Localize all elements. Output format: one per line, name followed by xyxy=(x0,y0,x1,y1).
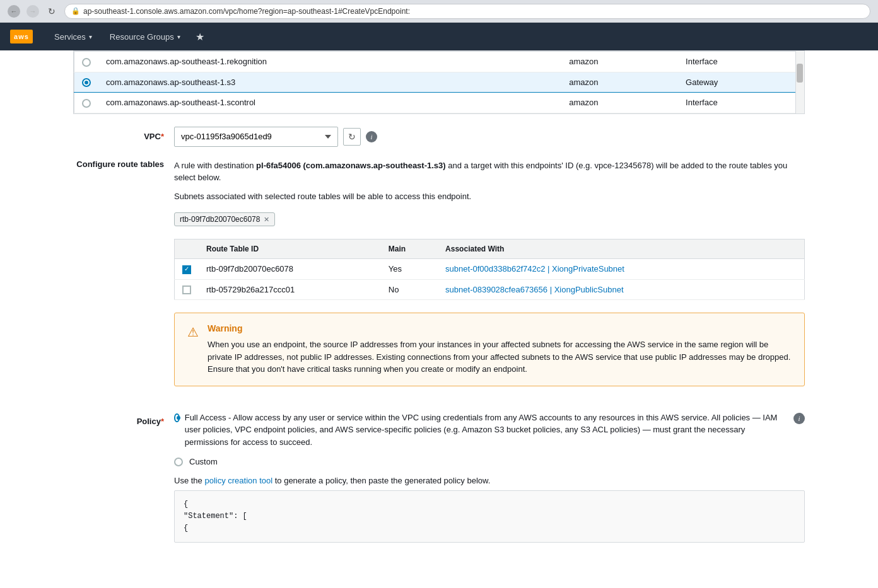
service-name-cell: com.amazonaws.ap-southeast-1.rekognition xyxy=(98,52,561,72)
tag-chip-label: rtb-09f7db20070ec6078 xyxy=(180,215,260,224)
policy-row: Policy* Full Access - Allow access by an… xyxy=(73,412,805,543)
custom-label: Custom xyxy=(189,456,218,468)
warning-content: Warning When you use an endpoint, the so… xyxy=(208,323,792,376)
service-owner-cell: amazon xyxy=(561,72,678,93)
route-table-header-row: Route Table ID Main Associated With xyxy=(175,239,805,259)
use-tool-suffix: to generate a policy, then paste the gen… xyxy=(272,476,490,485)
main-content: com.amazonaws.ap-southeast-1.rekognition… xyxy=(0,50,878,588)
refresh-button[interactable]: ↻ xyxy=(45,5,58,18)
table-row[interactable]: com.amazonaws.ap-southeast-1.scontrol am… xyxy=(74,93,804,113)
service-owner-cell: amazon xyxy=(561,93,678,113)
aws-logo-box: aws xyxy=(10,30,33,43)
configure-route-tables-row: Configure route tables A rule with desti… xyxy=(73,159,805,399)
route-desc-prefix: A rule with destination xyxy=(174,161,256,170)
services-nav-item[interactable]: Services ▾ xyxy=(45,23,101,50)
service-name-cell: com.amazonaws.ap-southeast-1.s3 xyxy=(98,72,561,93)
configure-route-tables-label: Configure route tables xyxy=(73,159,174,169)
vpc-control-area: vpc-01195f3a9065d1ed9 ↻ i xyxy=(174,127,805,147)
services-label: Services xyxy=(54,32,86,42)
route-action-cell xyxy=(780,259,805,280)
required-marker: * xyxy=(161,132,164,141)
full-access-label: Full Access - Allow access by any user o… xyxy=(185,413,778,447)
action-header xyxy=(780,239,805,259)
resource-groups-label: Resource Groups xyxy=(110,32,174,42)
service-type-cell: Interface xyxy=(678,93,804,113)
full-access-radio[interactable] xyxy=(174,413,180,422)
table-row[interactable]: rtb-05729b26a217ccc01 No subnet-0839028c… xyxy=(175,279,805,300)
route-table-id-header: Route Table ID xyxy=(199,239,381,259)
code-line-2: "Statement": [ xyxy=(184,510,795,522)
service-name-cell: com.amazonaws.ap-southeast-1.scontrol xyxy=(98,93,561,113)
aws-logo-text: aws xyxy=(14,33,29,40)
route-main-cell: No xyxy=(381,279,438,300)
radio-button[interactable] xyxy=(82,99,91,108)
form-section: VPC* vpc-01195f3a9065d1ed9 ↻ i Configure… xyxy=(61,114,817,568)
table-row[interactable]: com.amazonaws.ap-southeast-1.rekognition… xyxy=(74,52,804,72)
use-tool-text: Use the policy creation tool to generate… xyxy=(174,476,805,485)
custom-radio[interactable] xyxy=(174,458,183,466)
resource-groups-nav-item[interactable]: Resource Groups ▾ xyxy=(101,23,189,50)
route-table-id-cell: rtb-09f7db20070ec6078 xyxy=(199,259,381,280)
service-owner-cell: amazon xyxy=(561,52,678,72)
route-dest-bold: pl-6fa54006 (com.amazonaws.ap-southeast-… xyxy=(256,161,446,170)
policy-info-icon[interactable]: i xyxy=(793,413,805,424)
back-button[interactable]: ← xyxy=(8,5,20,18)
full-access-option: Full Access - Allow access by any user o… xyxy=(174,412,805,449)
vpc-select-row: vpc-01195f3a9065d1ed9 ↻ i xyxy=(174,127,805,147)
route-tables-control-area: A rule with destination pl-6fa54006 (com… xyxy=(174,159,805,399)
vpc-refresh-button[interactable]: ↻ xyxy=(343,128,361,146)
vpc-label-text: VPC xyxy=(144,132,161,141)
policy-code-box[interactable]: { "Statement": [ { xyxy=(174,490,805,543)
services-chevron-icon: ▾ xyxy=(89,33,92,40)
resource-groups-chevron-icon: ▾ xyxy=(177,33,180,40)
scroll-thumb[interactable] xyxy=(797,64,803,83)
url-bar[interactable]: 🔒 ap-southeast-1.console.aws.amazon.com/… xyxy=(64,4,870,19)
lock-icon: 🔒 xyxy=(71,7,80,15)
policy-label-text: Policy xyxy=(137,417,161,426)
use-tool-prefix: Use the xyxy=(174,476,204,485)
service-table-wrapper: com.amazonaws.ap-southeast-1.rekognition… xyxy=(61,50,817,114)
browser-bar: ← → ↻ 🔒 ap-southeast-1.console.aws.amazo… xyxy=(0,0,878,23)
code-line-1: { xyxy=(184,499,795,510)
aws-navbar: aws Services ▾ Resource Groups ▾ ★ xyxy=(0,23,878,50)
radio-button[interactable] xyxy=(82,58,91,67)
forward-button[interactable]: → xyxy=(26,5,39,18)
vpc-row: VPC* vpc-01195f3a9065d1ed9 ↻ i xyxy=(73,127,805,147)
route-checkbox-2[interactable] xyxy=(182,285,191,294)
bookmarks-star-icon[interactable]: ★ xyxy=(189,31,211,43)
subnet-link-2[interactable]: subnet-0839028cfea673656 | XiongPublicSu… xyxy=(445,285,623,294)
vpc-label: VPC* xyxy=(73,127,174,141)
service-type-cell: Interface xyxy=(678,52,804,72)
scrollbar[interactable] xyxy=(795,51,804,113)
main-header: Main xyxy=(381,239,438,259)
policy-options: Full Access - Allow access by any user o… xyxy=(174,412,805,468)
radio-button-selected[interactable] xyxy=(82,78,91,87)
route-subnet-note: Subnets associated with selected route t… xyxy=(174,190,805,203)
warning-text: When you use an endpoint, the source IP … xyxy=(208,338,792,376)
code-line-3: { xyxy=(184,522,795,534)
route-associated-cell: subnet-0f00d338b62f742c2 | XiongPrivateS… xyxy=(438,259,779,280)
policy-label: Policy* xyxy=(73,412,174,426)
tag-chip-close-icon[interactable]: ✕ xyxy=(264,216,269,224)
warning-title: Warning xyxy=(208,323,792,333)
subnet-link-1[interactable]: subnet-0f00d338b62f742c2 | XiongPrivateS… xyxy=(445,264,624,274)
table-row[interactable]: rtb-09f7db20070ec6078 Yes subnet-0f00d33… xyxy=(175,259,805,280)
route-table-tag-chip: rtb-09f7db20070ec6078 ✕ xyxy=(174,212,275,226)
policy-control-area: Full Access - Allow access by any user o… xyxy=(174,412,805,543)
route-table-id-cell: rtb-05729b26a217ccc01 xyxy=(199,279,381,300)
policy-creation-tool-link[interactable]: policy creation tool xyxy=(204,476,272,485)
vpc-dropdown[interactable]: vpc-01195f3a9065d1ed9 xyxy=(174,127,338,147)
vpc-info-icon[interactable]: i xyxy=(366,131,377,142)
checkbox-header xyxy=(175,239,199,259)
custom-option: Custom xyxy=(174,456,805,468)
service-table-container: com.amazonaws.ap-southeast-1.rekognition… xyxy=(73,50,805,114)
route-checkbox-1[interactable] xyxy=(182,265,191,274)
warning-icon: ⚠ xyxy=(187,325,199,376)
table-row[interactable]: com.amazonaws.ap-southeast-1.s3 amazon G… xyxy=(74,72,804,93)
service-type-cell: Gateway xyxy=(678,72,804,93)
associated-with-header: Associated With xyxy=(438,239,779,259)
service-table: com.amazonaws.ap-southeast-1.rekognition… xyxy=(74,51,804,113)
url-text: ap-southeast-1.console.aws.amazon.com/vp… xyxy=(83,7,410,16)
route-associated-cell: subnet-0839028cfea673656 | XiongPublicSu… xyxy=(438,279,779,300)
aws-logo[interactable]: aws xyxy=(10,30,33,43)
